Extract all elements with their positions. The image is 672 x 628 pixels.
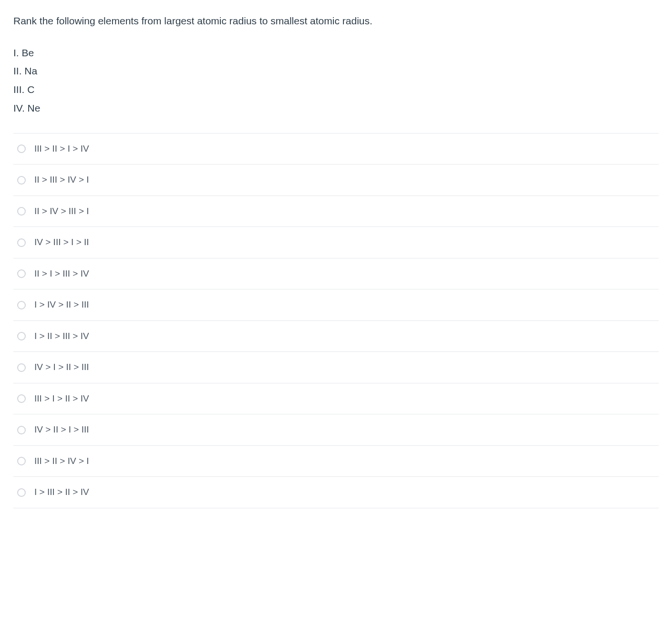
- option-label: II > IV > III > I: [34, 205, 89, 218]
- option-row[interactable]: III > I > II > IV: [13, 383, 659, 415]
- option-label: III > II > I > IV: [34, 142, 89, 156]
- element-item: I. Be: [13, 44, 659, 62]
- option-label: II > I > III > IV: [34, 267, 89, 281]
- radio-icon: [17, 457, 26, 465]
- radio-icon: [17, 144, 26, 153]
- question-prompt: Rank the following elements from largest…: [13, 13, 659, 29]
- radio-icon: [17, 332, 26, 340]
- options-list: III > II > I > IV II > III > IV > I II >…: [13, 133, 659, 508]
- option-label: IV > III > I > II: [34, 236, 89, 249]
- option-label: I > III > II > IV: [34, 485, 89, 499]
- radio-icon: [17, 176, 26, 185]
- radio-icon: [17, 426, 26, 434]
- option-row[interactable]: II > I > III > IV: [13, 258, 659, 290]
- option-row[interactable]: IV > I > II > III: [13, 352, 659, 383]
- element-item: IV. Ne: [13, 99, 659, 118]
- option-row[interactable]: II > IV > III > I: [13, 196, 659, 227]
- option-label: II > III > IV > I: [34, 173, 89, 187]
- option-label: III > II > IV > I: [34, 454, 89, 468]
- option-row[interactable]: III > II > IV > I: [13, 446, 659, 477]
- radio-icon: [17, 488, 26, 497]
- option-row[interactable]: IV > III > I > II: [13, 227, 659, 258]
- option-label: IV > I > II > III: [34, 360, 89, 374]
- element-item: III. C: [13, 81, 659, 99]
- option-label: III > I > II > IV: [34, 392, 89, 406]
- option-row[interactable]: II > III > IV > I: [13, 165, 659, 196]
- option-row[interactable]: I > II > III > IV: [13, 321, 659, 352]
- option-row[interactable]: I > III > II > IV: [13, 477, 659, 508]
- radio-icon: [17, 394, 26, 403]
- radio-icon: [17, 363, 26, 372]
- option-label: I > II > III > IV: [34, 329, 89, 343]
- option-row[interactable]: I > IV > II > III: [13, 289, 659, 321]
- element-item: II. Na: [13, 62, 659, 81]
- option-label: IV > II > I > III: [34, 423, 89, 437]
- radio-icon: [17, 238, 26, 247]
- elements-list: I. Be II. Na III. C IV. Ne: [13, 44, 659, 118]
- option-label: I > IV > II > III: [34, 298, 89, 312]
- radio-icon: [17, 301, 26, 309]
- option-row[interactable]: III > II > I > IV: [13, 134, 659, 165]
- option-row[interactable]: IV > II > I > III: [13, 414, 659, 446]
- radio-icon: [17, 269, 26, 278]
- radio-icon: [17, 207, 26, 216]
